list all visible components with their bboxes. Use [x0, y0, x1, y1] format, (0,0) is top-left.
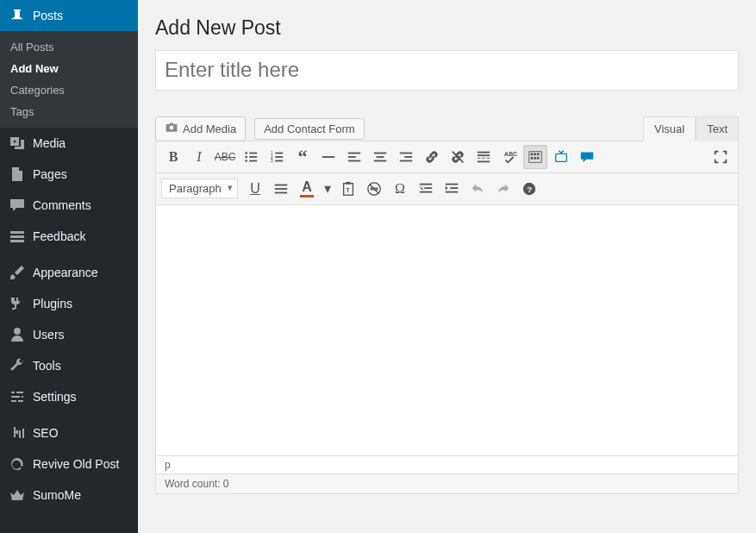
link-button[interactable] [420, 145, 444, 169]
horizontal-rule-button[interactable] [316, 145, 341, 169]
submenu-add-new[interactable]: Add New [0, 58, 138, 79]
sidebar-label: SEO [33, 426, 59, 440]
svg-rect-32 [534, 153, 536, 155]
sidebar-item-seo[interactable]: SEO [0, 417, 138, 448]
numbered-list-button[interactable]: 123 [265, 145, 289, 169]
chat-icon-button[interactable] [575, 145, 599, 169]
svg-rect-42 [346, 182, 350, 185]
text-color-button[interactable]: A [295, 177, 319, 201]
redo-button[interactable] [491, 177, 515, 201]
svg-rect-7 [275, 152, 283, 154]
brush-icon [9, 264, 26, 281]
post-title-input[interactable] [155, 50, 739, 91]
status-bar: Word count: 0 [156, 473, 738, 493]
svg-rect-25 [478, 158, 481, 159]
editor-tabs: Visual Text [643, 116, 739, 141]
svg-rect-28 [478, 160, 490, 162]
blockquote-button[interactable]: “ [291, 145, 315, 169]
feedback-icon [9, 228, 26, 245]
format-select[interactable]: Paragraph [161, 179, 238, 198]
sidebar-item-pages[interactable]: Pages [0, 159, 138, 190]
bullet-list-button[interactable] [239, 145, 263, 169]
paste-text-button[interactable]: T [336, 177, 360, 201]
comment-icon [9, 197, 26, 214]
svg-point-0 [245, 152, 247, 154]
fullscreen-button[interactable] [709, 145, 733, 169]
wrench-icon [9, 357, 26, 374]
clear-formatting-button[interactable] [362, 177, 386, 201]
svg-rect-3 [249, 156, 257, 158]
svg-rect-17 [377, 156, 384, 158]
submenu-tags[interactable]: Tags [0, 101, 138, 122]
add-media-button[interactable]: Add Media [155, 116, 246, 141]
sidebar-label: Users [33, 328, 65, 342]
svg-rect-19 [400, 152, 412, 154]
svg-rect-46 [420, 191, 432, 192]
crown-icon [9, 486, 26, 504]
svg-point-2 [245, 155, 247, 158]
tv-icon-button[interactable] [549, 145, 573, 169]
undo-button[interactable] [465, 177, 490, 201]
page-title: Add New Post [155, 9, 739, 50]
italic-button[interactable]: I [187, 145, 211, 169]
align-left-button[interactable] [342, 145, 366, 169]
sidebar-item-media[interactable]: Media [0, 128, 138, 159]
sidebar-item-comments[interactable]: Comments [0, 190, 138, 221]
svg-rect-47 [446, 183, 458, 185]
svg-rect-31 [531, 153, 534, 155]
align-center-button[interactable] [368, 145, 392, 169]
indent-button[interactable] [440, 177, 464, 201]
svg-rect-44 [420, 183, 432, 185]
sidebar-item-posts[interactable]: Posts [0, 0, 138, 31]
sidebar-label: Pages [33, 167, 67, 181]
element-path[interactable]: p [156, 455, 738, 473]
submenu-categories[interactable]: Categories [0, 79, 138, 101]
submenu-all-posts[interactable]: All Posts [0, 36, 138, 58]
read-more-button[interactable] [472, 145, 496, 169]
button-label: Add Media [183, 122, 236, 135]
svg-rect-36 [537, 157, 540, 160]
sidebar-item-appearance[interactable]: Appearance [0, 257, 138, 288]
svg-rect-16 [374, 152, 386, 154]
svg-rect-5 [249, 160, 257, 161]
svg-rect-48 [450, 187, 458, 189]
unlink-button[interactable] [446, 145, 470, 169]
align-justify-button[interactable] [269, 177, 293, 201]
svg-rect-11 [275, 160, 283, 161]
media-buttons-row: Add Media Add Contact Form Visual Text [155, 116, 739, 141]
outdent-button[interactable] [414, 177, 438, 201]
sidebar-item-revive[interactable]: Revive Old Post [0, 448, 138, 480]
tab-visual[interactable]: Visual [643, 116, 696, 141]
svg-rect-13 [348, 152, 360, 154]
sidebar-item-tools[interactable]: Tools [0, 350, 138, 381]
sidebar-label: Settings [33, 390, 77, 404]
sidebar-item-plugins[interactable]: Plugins [0, 288, 138, 319]
add-contact-form-button[interactable]: Add Contact Form [254, 118, 365, 140]
svg-rect-15 [348, 160, 360, 161]
bold-button[interactable]: B [161, 145, 185, 169]
svg-rect-21 [400, 160, 412, 161]
spellcheck-button[interactable]: ABC [497, 145, 522, 169]
help-button[interactable]: ? [517, 177, 541, 201]
plug-icon [9, 295, 26, 312]
editor-container: B I ABC 123 “ ABC [155, 141, 739, 494]
sidebar-item-settings[interactable]: Settings [0, 381, 138, 412]
sidebar-item-sumome[interactable]: SumoMe [0, 480, 138, 511]
strikethrough-button[interactable]: ABC [213, 145, 237, 169]
tab-text[interactable]: Text [696, 116, 739, 141]
svg-rect-27 [487, 158, 490, 159]
editor-body[interactable] [156, 205, 738, 455]
underline-button[interactable]: U [243, 177, 267, 201]
sidebar-item-users[interactable]: Users [0, 319, 138, 350]
pushpin-icon [9, 7, 26, 24]
sliders-icon [9, 388, 26, 405]
text-color-dropdown[interactable]: ▾ [321, 177, 334, 201]
svg-text:T: T [346, 185, 350, 193]
svg-rect-38 [275, 184, 287, 185]
sidebar-item-feedback[interactable]: Feedback [0, 221, 138, 252]
svg-text:?: ? [527, 184, 532, 193]
user-icon [9, 326, 26, 343]
special-character-button[interactable]: Ω [388, 177, 412, 201]
toolbar-toggle-button[interactable] [523, 145, 547, 169]
align-right-button[interactable] [394, 145, 418, 169]
